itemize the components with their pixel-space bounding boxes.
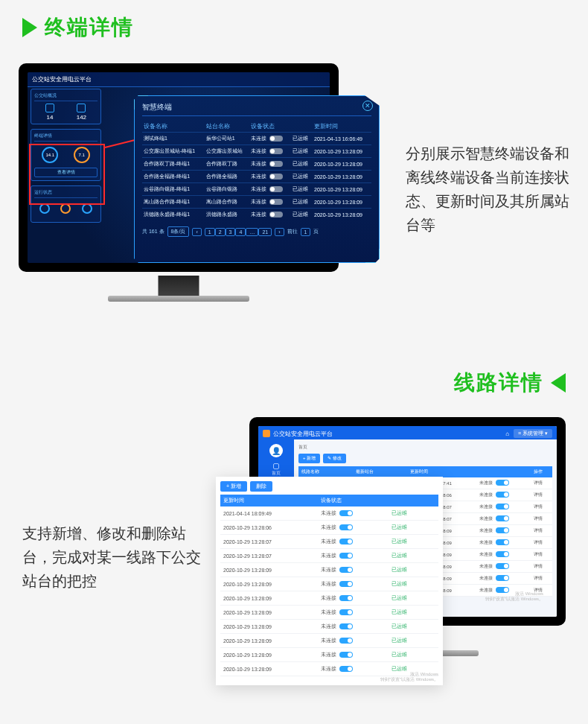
user-avatar-icon[interactable]: 👤 — [269, 444, 283, 457]
detail-link[interactable]: 详情 — [531, 489, 552, 501]
station-overlay-panel: + 新增删除 更新时间设备状态 2021-04-14 18:09:49未连接 已… — [216, 477, 443, 685]
toggle[interactable] — [496, 563, 509, 569]
breadcrumb: 首页 — [298, 444, 552, 451]
toggle[interactable] — [339, 553, 353, 559]
popup-pager[interactable]: 共 161 条 8条/页 ‹ 1234…21 › 前往 1 页 — [142, 226, 371, 237]
toggle[interactable] — [339, 567, 353, 573]
pager-page[interactable]: 3 — [226, 228, 236, 236]
pager-next[interactable]: › — [275, 228, 284, 236]
toggle[interactable] — [339, 623, 353, 629]
table-row[interactable]: 2020-10-29 13:28:09未连接 已运维 — [220, 648, 438, 662]
view-detail-button[interactable]: 查看详情 — [34, 168, 98, 177]
toggle[interactable] — [496, 575, 509, 581]
section-route-title: 线路详情 — [454, 369, 543, 397]
toggle[interactable] — [496, 492, 509, 498]
toggle[interactable] — [339, 652, 353, 658]
detail-link[interactable]: 详情 — [531, 537, 552, 549]
panel-overview: 公交站概况 14 142 — [31, 89, 101, 124]
toggle[interactable] — [339, 581, 353, 587]
table-row[interactable]: 2020-10-29 13:28:06未连接 已运维 — [220, 521, 438, 535]
section-route-heading: 线路详情 — [454, 369, 566, 397]
popup-col — [291, 121, 313, 133]
table-row[interactable]: 2021-04-14 18:09:49未连接 已运维 — [220, 507, 438, 521]
popup-row[interactable]: 测试终端1振华公司站1未连接 已运维2021-04-13 16:06:49 — [142, 133, 371, 145]
run-icon-3 — [82, 203, 92, 214]
run-icon-1 — [39, 203, 50, 214]
popup-row[interactable]: 嵩山路合作路-终端1嵩山路合作路未连接 已运维2020-10-29 13:28:… — [142, 196, 371, 209]
watermark: 激活 Windows 转到"设置"以激活 Windows。 — [485, 591, 543, 602]
popup-row[interactable]: 公交露出景城站-终端1公交露出景城站未连接 已运维2020-10-29 13:2… — [142, 145, 371, 158]
pager-per[interactable]: 8条/页 — [167, 226, 190, 237]
overlay-table: 更新时间设备状态 2021-04-14 18:09:49未连接 已运维2020-… — [220, 495, 438, 676]
popup-col: 更新时间 — [313, 121, 371, 133]
toggle[interactable] — [339, 595, 353, 601]
dashboard-app-title: 公交站安全用电云平台 — [28, 72, 330, 87]
detail-link[interactable]: 详情 — [531, 561, 552, 573]
toolbar-button[interactable]: + 新增 — [220, 481, 247, 492]
toggle[interactable] — [496, 527, 509, 533]
table-row[interactable]: 2020-10-29 13:28:09未连接 已运维 — [220, 634, 438, 648]
pager-page[interactable]: 21 — [258, 228, 272, 236]
detail-link[interactable]: 详情 — [531, 525, 552, 537]
popup-row[interactable]: 云谷路白银路-终端1云谷路白银路未连接 已运维2020-10-29 13:28:… — [142, 183, 371, 196]
pager-page[interactable]: … — [246, 228, 258, 236]
toggle[interactable] — [496, 504, 509, 509]
panel-overview-title: 公交站概况 — [34, 92, 98, 101]
toggle[interactable] — [339, 539, 353, 544]
admin-toolbar: + 新增✎ 修改 — [298, 454, 552, 463]
stat-2: 142 — [77, 104, 86, 121]
pager-page[interactable]: 4 — [235, 228, 246, 236]
popup-table: 设备名称站台名称设备状态更新时间 测试终端1振华公司站1未连接 已运维2021-… — [142, 121, 371, 220]
pager-goto-value[interactable]: 1 — [301, 228, 311, 236]
detail-link[interactable]: 详情 — [531, 549, 552, 561]
popup-row[interactable]: 合作路全福路-终端1合作路全福路未连接 已运维2020-10-29 13:28:… — [142, 171, 371, 183]
popup-col: 设备状态 — [249, 121, 291, 133]
table-row[interactable]: 2020-10-29 13:28:09未连接 已运维 — [220, 591, 438, 606]
popup-row[interactable]: 合作路双丁路-终端1合作路双丁路未连接 已运维2020-10-29 13:28:… — [142, 158, 371, 171]
panel-run-status: 运行状态 — [31, 185, 101, 223]
pager-page[interactable]: 2 — [215, 228, 226, 236]
toggle[interactable] — [269, 212, 283, 217]
toolbar-button[interactable]: + 新增 — [298, 454, 320, 463]
toggle[interactable] — [269, 136, 283, 142]
toggle[interactable] — [339, 638, 353, 644]
toggle[interactable] — [269, 186, 283, 192]
stat-icon — [45, 104, 54, 112]
toolbar-button[interactable]: ✎ 修改 — [323, 454, 346, 463]
toggle[interactable] — [339, 524, 353, 530]
table-row[interactable]: 2020-10-29 13:28:09未连接 已运维 — [220, 577, 438, 591]
toggle[interactable] — [339, 510, 353, 516]
detail-link[interactable]: 详情 — [531, 477, 552, 489]
section-terminal-heading: 终端详情 — [22, 13, 134, 42]
toggle[interactable] — [496, 551, 509, 557]
detail-link[interactable]: 详情 — [531, 513, 552, 525]
table-row[interactable]: 2020-10-29 13:28:09未连接 已运维 — [220, 563, 438, 577]
table-row[interactable]: 2020-10-29 13:28:07未连接 已运维 — [220, 535, 438, 549]
toolbar-button[interactable]: 删除 — [250, 481, 272, 492]
table-row[interactable]: 2020-10-29 13:28:07未连接 已运维 — [220, 549, 438, 563]
sidebar-item[interactable]: 首页 — [267, 463, 285, 477]
detail-link[interactable]: 详情 — [531, 573, 552, 585]
toggle[interactable] — [339, 609, 353, 615]
toggle[interactable] — [269, 161, 283, 167]
toggle[interactable] — [269, 174, 283, 180]
triangle-right-icon — [22, 18, 37, 37]
toggle[interactable] — [496, 539, 509, 545]
table-row[interactable]: 2020-10-29 13:28:09未连接 已运维 — [220, 606, 438, 620]
table-row[interactable]: 2020-10-29 13:28:09未连接 已运维 — [220, 620, 438, 634]
toggle[interactable] — [269, 199, 283, 205]
toggle[interactable] — [496, 480, 509, 486]
toggle[interactable] — [496, 515, 509, 521]
toggle[interactable] — [269, 148, 283, 154]
section-terminal-title: 终端详情 — [45, 13, 134, 42]
pager-page[interactable]: 1 — [205, 228, 215, 236]
detail-link[interactable]: 详情 — [531, 501, 552, 513]
popup-close-button[interactable]: ✕ — [362, 101, 373, 111]
home-icon[interactable]: ⌂ — [505, 431, 509, 437]
popup-row[interactable]: 洪德路永盛路-终端1洪德路永盛路未连接 已运维2020-10-29 13:28:… — [142, 209, 371, 221]
panel-run-title: 运行状态 — [34, 189, 98, 198]
pager-prev[interactable]: ‹ — [192, 228, 201, 236]
admin-app-title: 公交站安全用电云平台 — [273, 430, 333, 438]
toggle[interactable] — [339, 666, 353, 672]
menu-dropdown[interactable]: ≡ 系统管理 ▾ — [514, 429, 552, 438]
